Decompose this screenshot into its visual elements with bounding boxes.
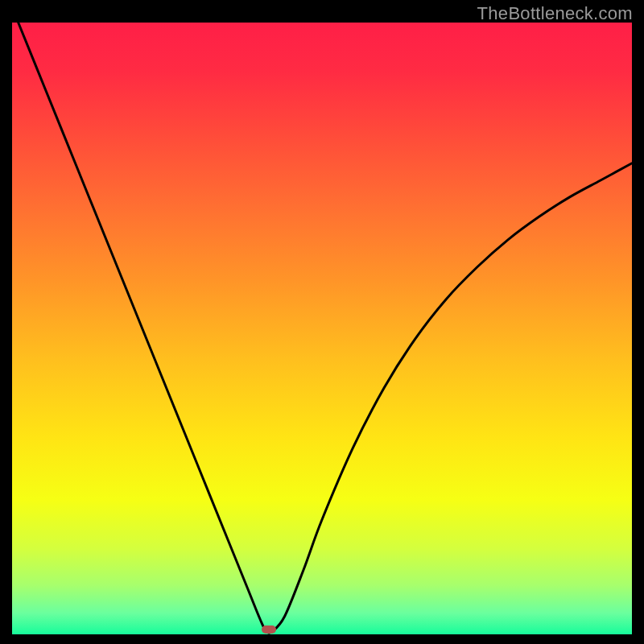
svg-rect-0 [12, 23, 632, 634]
bottleneck-marker [262, 625, 276, 634]
chart-background-gradient [0, 0, 644, 644]
watermark-text: TheBottleneck.com [477, 3, 633, 24]
